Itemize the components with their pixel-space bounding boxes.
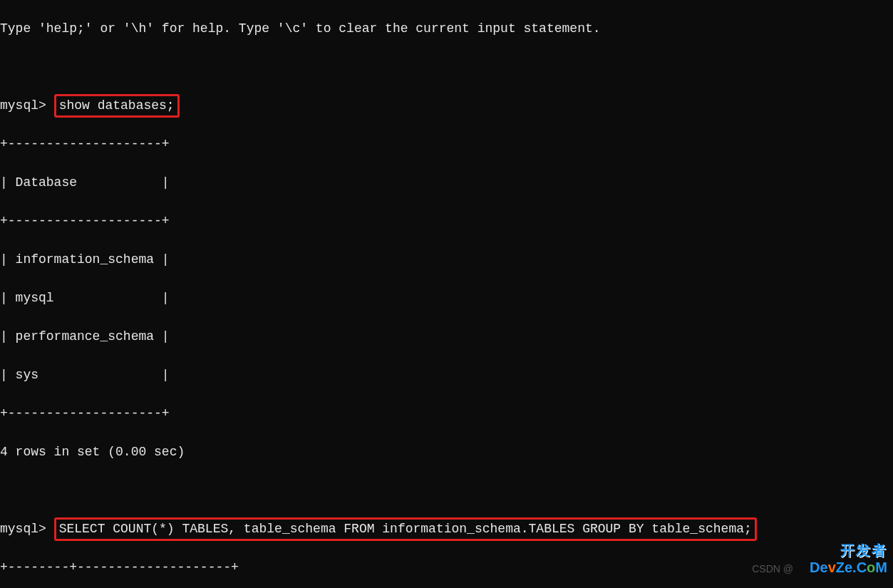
table1-row: | sys | bbox=[0, 366, 893, 385]
terminal-output[interactable]: Type 'help;' or '\h' for help. Type '\c'… bbox=[0, 0, 893, 588]
command-1-highlight: show databases; bbox=[54, 94, 180, 118]
command-2: SELECT COUNT(*) TABLES, table_schema FRO… bbox=[59, 522, 752, 536]
intro-text: Type 'help;' or '\h' for help. Type '\c'… bbox=[0, 19, 893, 38]
blank-line bbox=[0, 481, 893, 500]
mysql-prompt: mysql> bbox=[0, 522, 46, 536]
csdn-watermark: CSDN @ bbox=[752, 562, 793, 577]
table1-row: | information_schema | bbox=[0, 250, 893, 269]
command-2-highlight: SELECT COUNT(*) TABLES, table_schema FRO… bbox=[54, 517, 757, 541]
table1-border-bot: +--------------------+ bbox=[0, 404, 893, 423]
prompt-line-2: mysql> SELECT COUNT(*) TABLES, table_sch… bbox=[0, 520, 893, 539]
mysql-prompt: mysql> bbox=[0, 98, 46, 113]
table1-header: | Database | bbox=[0, 173, 893, 192]
table1-row: | mysql | bbox=[0, 289, 893, 308]
watermark-bottom: DevZe.CoM bbox=[810, 557, 887, 578]
command-1: show databases; bbox=[59, 98, 175, 113]
table1-border-mid: +--------------------+ bbox=[0, 212, 893, 231]
table1-border-top: +--------------------+ bbox=[0, 135, 893, 154]
table1-footer: 4 rows in set (0.00 sec) bbox=[0, 443, 893, 462]
blank-line bbox=[0, 58, 893, 77]
table1-row: | performance_schema | bbox=[0, 327, 893, 346]
prompt-line-1: mysql> show databases; bbox=[0, 96, 893, 115]
